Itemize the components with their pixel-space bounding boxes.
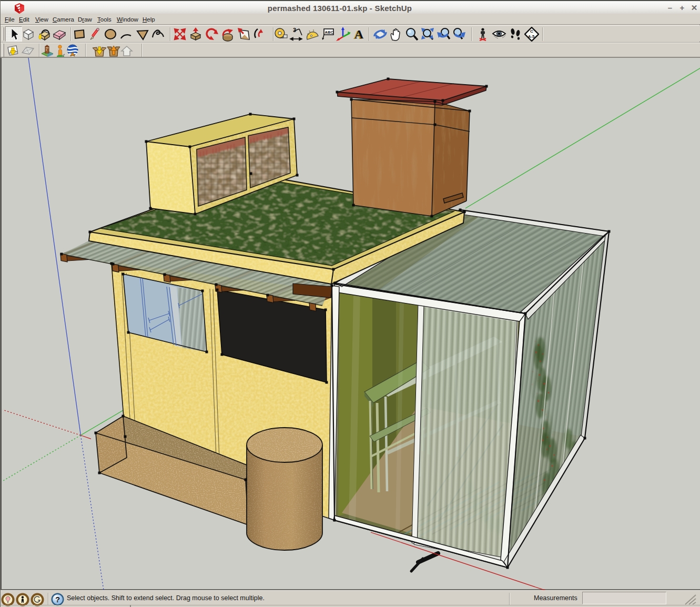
svg-text:C: C	[530, 29, 533, 34]
svg-text:ABC: ABC	[325, 30, 334, 35]
svg-text:3: 3	[293, 27, 296, 33]
svg-text:?: ?	[55, 595, 60, 604]
svg-text:A: A	[354, 27, 364, 41]
svg-text:A-5: A-5	[528, 34, 534, 39]
